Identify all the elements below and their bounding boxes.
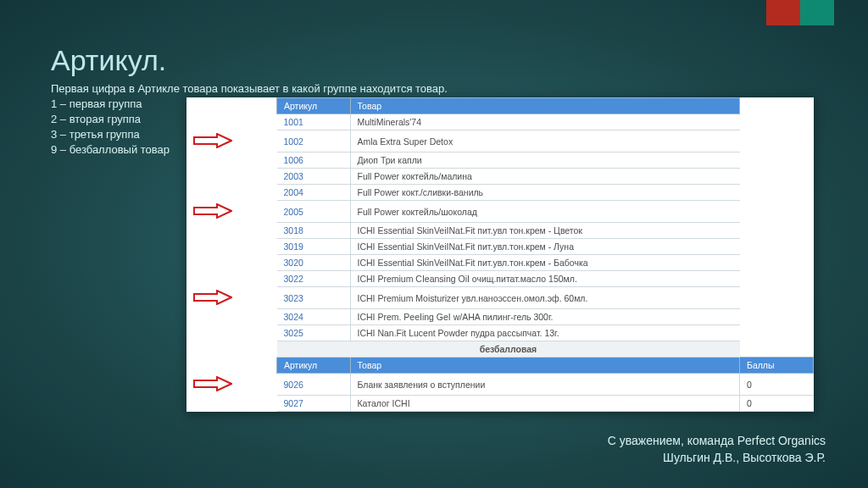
table-row: 2003Full Power коктейль/малина	[186, 169, 814, 185]
cell-art: 2003	[277, 169, 351, 185]
table-row: 3019ICHI EssentiaI SkinVeiINat.Fit пит.у…	[186, 239, 814, 255]
cell-points: 0	[740, 396, 814, 412]
arrow-icon	[193, 203, 232, 219]
cell-name: ICHI EssentiaI SkinVeiINat.Fit пит.увл.т…	[350, 239, 740, 255]
arrow-icon	[193, 376, 232, 391]
article-table-figure: АртикулТовар1001MultiMinerals'741002Amla…	[186, 97, 814, 412]
cell-name: MultiMinerals'74	[350, 114, 740, 130]
slide-title: Артикул.	[51, 44, 166, 77]
accent-bar-red	[766, 0, 800, 25]
cell-name: ICHI Premium Moisturizer увл.наноэссен.о…	[350, 287, 740, 309]
footer-line-2: Шульгин Д.В., Высоткова Э.Р.	[663, 451, 826, 464]
cell-art: 1001	[277, 114, 351, 130]
col-header-points: Баллы	[740, 358, 814, 374]
cell-art: 3025	[277, 325, 351, 341]
arrow-icon	[193, 133, 232, 148]
group-line-9: 9 – безбалловый товар	[51, 143, 170, 156]
cell-name: Каталог ICHI	[350, 396, 740, 412]
group-line-2: 2 – вторая группа	[51, 113, 141, 125]
cell-name: Full Power кокт./сливки-ваниль	[350, 185, 740, 201]
table-row: 3025ICHI Nan.Fit Lucent Powder пудра рас…	[186, 325, 814, 341]
table-row: 1002Amla Extra Super Detox	[186, 130, 814, 152]
cell-art: 2004	[277, 185, 351, 201]
cell-art: 1002	[277, 130, 351, 152]
cell-art: 3022	[277, 271, 351, 287]
table-row: 2004Full Power кокт./сливки-ваниль	[186, 185, 814, 201]
table-row: 3023ICHI Premium Moisturizer увл.наноэсс…	[186, 287, 814, 309]
footer-line-1: С уважением, команда Perfect Organics	[608, 434, 826, 447]
accent-bar-green	[800, 0, 834, 25]
table-row: 9026Бланк заявления о вступлении0	[186, 374, 814, 396]
cell-name: Бланк заявления о вступлении	[350, 374, 740, 396]
cell-name: Диоп Три капли	[350, 152, 740, 169]
cell-name: Amla Extra Super Detox	[350, 130, 740, 152]
subtitle-text: Первая цифра в Артикле товара показывает…	[51, 82, 448, 95]
cell-name: ICHI Premium CIeansing OiI очищ.питат.ма…	[350, 271, 740, 287]
table-row: 3018ICHI EssentiaI SkinVeiINat.Fit пит.у…	[186, 223, 814, 239]
table-row: 9027Каталог ICHI0	[186, 396, 814, 412]
subhead: безбалловая	[277, 341, 740, 358]
cell-name: ICHI Prem. PeeIing GeI w/AHA пилинг-гель…	[350, 309, 740, 325]
table-row: 2005Full Power коктейль/шоколад	[186, 201, 814, 223]
footer-credits: С уважением, команда Perfect Organics Шу…	[608, 432, 826, 466]
col-header-name: Товар	[350, 98, 740, 114]
table-row: 1001MultiMinerals'74	[186, 114, 814, 130]
cell-art: 3019	[277, 239, 351, 255]
col-header-art-2: Артикул	[277, 358, 351, 374]
cell-points: 0	[740, 374, 814, 396]
table-row: 3020ICHI EssentiaI SkinVeiINat.Fit пит.у…	[186, 255, 814, 271]
cell-name: ICHI Nan.Fit Lucent Powder пудра рассыпч…	[350, 325, 740, 341]
col-header-name-2: Товар	[350, 358, 740, 374]
table-row: 3022ICHI Premium CIeansing OiI очищ.пита…	[186, 271, 814, 287]
cell-name: Full Power коктейль/малина	[350, 169, 740, 185]
table-row: 1006Диоп Три капли	[186, 152, 814, 169]
cell-art: 3018	[277, 223, 351, 239]
group-line-1: 1 – первая группа	[51, 97, 142, 110]
cell-name: ICHI EssentiaI SkinVeiINat.Fit пит.увл т…	[350, 223, 740, 239]
cell-art: 2005	[277, 201, 351, 223]
col-header-art: Артикул	[277, 98, 351, 114]
cell-name: ICHI EssentiaI SkinVeiINat.Fit пит.увл.т…	[350, 255, 740, 271]
cell-art: 1006	[277, 152, 351, 169]
cell-art: 9027	[277, 396, 351, 412]
arrow-icon	[193, 290, 232, 305]
article-table: АртикулТовар1001MultiMinerals'741002Amla…	[186, 97, 814, 412]
cell-art: 9026	[277, 374, 351, 396]
cell-art: 3024	[277, 309, 351, 325]
cell-art: 3020	[277, 255, 351, 271]
group-line-3: 3 – третья группа	[51, 128, 140, 141]
cell-name: Full Power коктейль/шоколад	[350, 201, 740, 223]
cell-art: 3023	[277, 287, 351, 309]
table-row: 3024ICHI Prem. PeeIing GeI w/AHA пилинг-…	[186, 309, 814, 325]
